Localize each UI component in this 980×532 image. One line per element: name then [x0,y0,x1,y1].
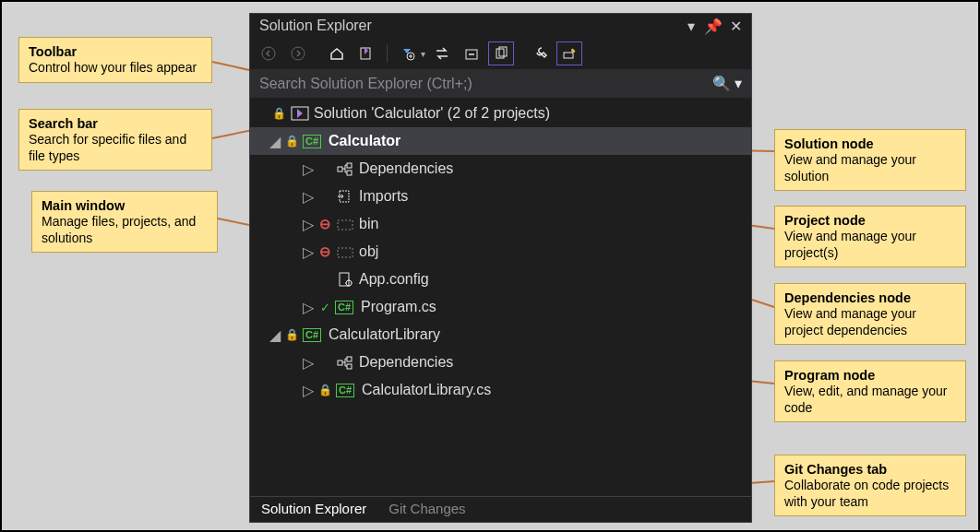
expander-icon[interactable]: ▷ [302,188,315,206]
imports-icon [335,188,355,205]
node-label: Dependencies [359,354,453,371]
forward-icon[interactable] [285,41,311,65]
hidden-folder-icon [335,216,355,232]
csharp-project-icon: C# [303,328,321,342]
callout-title: Main window [42,197,208,214]
svg-rect-23 [340,273,349,286]
file-calculatorlibrary-cs[interactable]: ▷ 🔒 C# CalculatorLibrary.cs [250,376,751,404]
hidden-folder-icon [335,243,355,260]
svg-rect-21 [338,220,353,230]
callout-title: Git Changes tab [784,461,956,478]
expander-icon[interactable]: ◢ [269,133,281,150]
node-label: CalculatorLibrary [329,326,440,343]
node-label: bin [359,216,378,232]
close-icon[interactable]: ✕ [729,19,742,32]
solution-icon [290,105,310,122]
node-label: CalculatorLibrary.cs [362,382,491,398]
config-file-icon [335,271,355,288]
svg-rect-17 [338,167,342,171]
switch-views-icon[interactable] [353,41,379,65]
show-all-files-icon[interactable] [488,41,514,65]
callout-solution-node: Solution node View and manage your solut… [774,129,966,191]
pin-icon[interactable]: 📌 [707,19,720,32]
svg-rect-26 [347,357,352,361]
csharp-project-icon: C# [303,135,321,148]
callout-desc: View and manage your project(s) [784,229,916,260]
expander-icon[interactable]: ▷ [302,382,315,399]
callout-title: Search bar [29,115,202,132]
node-label: Imports [359,188,408,205]
toolbar: ▾ [250,38,751,69]
lock-icon: 🔒 [272,107,286,120]
chevron-down-icon[interactable]: ▾ [421,49,425,59]
svg-rect-18 [347,163,352,168]
search-bar[interactable]: Search Solution Explorer (Ctrl+;) 🔍 ▾ [250,69,751,98]
node-label: App.config [359,271,429,288]
collapse-all-icon[interactable] [459,41,484,65]
dependencies-icon [335,160,355,177]
callout-dependencies-node: Dependencies node View and manage your p… [774,283,966,345]
callout-desc: Collaborate on code projects with your t… [784,478,949,509]
callout-desc: View and manage your solution [784,152,916,183]
expander-icon[interactable]: ▷ [302,160,315,178]
back-icon[interactable] [256,41,281,65]
node-label: obj [359,243,378,260]
project-node-calculator[interactable]: ◢ 🔒 C# Calculator [250,127,751,155]
callout-git-tab: Git Changes tab Collaborate on code proj… [774,455,966,516]
properties-icon[interactable] [527,41,553,65]
callout-main: Main window Manage files, projects, and … [31,191,218,253]
home-icon[interactable] [324,41,350,65]
dependencies-node[interactable]: ▷ Dependencies [250,155,751,183]
search-placeholder: Search Solution Explorer (Ctrl+;) [259,76,472,92]
csharp-file-icon: C# [335,301,353,314]
pending-changes-filter-icon[interactable] [395,41,421,65]
bottom-tabs: Solution Explorer Git Changes [250,496,751,522]
svg-rect-27 [347,364,352,369]
dependencies-node-2[interactable]: ▷ Dependencies [250,349,751,376]
project-node-calculatorlibrary[interactable]: ◢ 🔒 C# CalculatorLibrary [250,321,751,349]
callout-desc: View, edit, and manage your code [784,384,947,415]
svg-point-9 [292,47,305,60]
svg-point-8 [262,47,275,60]
node-label: Calculator [329,133,400,149]
lock-icon: 🔒 [285,328,299,341]
callout-search: Search bar Search for specific files and… [18,109,212,171]
no-source-control-icon: ⊖ [318,243,331,260]
callout-desc: Search for specific files and file types [29,132,186,163]
search-icon[interactable]: 🔍 ▾ [712,75,742,92]
callout-title: Solution node [784,136,956,152]
expander-icon[interactable]: ▷ [302,299,315,316]
expander-icon[interactable]: ▷ [302,243,315,261]
folder-bin[interactable]: ▷ ⊖ bin [250,210,751,238]
file-appconfig[interactable]: App.config [250,266,751,293]
callout-title: Program node [784,367,956,384]
tab-git-changes[interactable]: Git Changes [377,497,476,522]
no-source-control-icon: ⊖ [318,216,331,232]
expander-icon[interactable]: ▷ [302,216,315,233]
tree-view: 🔒 Solution 'Calculator' (2 of 2 projects… [250,98,751,496]
pending-add-icon: ✓ [318,301,331,314]
tab-solution-explorer[interactable]: Solution Explorer [250,497,377,522]
callout-title: Project node [784,212,956,229]
csharp-file-icon: C# [336,384,354,397]
expander-icon[interactable]: ▷ [302,354,315,372]
folder-obj[interactable]: ▷ ⊖ obj [250,238,751,266]
node-label: Solution 'Calculator' (2 of 2 projects) [314,105,550,122]
callout-program-node: Program node View, edit, and manage your… [774,361,966,422]
callout-desc: Manage files, projects, and solutions [42,214,196,245]
lock-icon: 🔒 [285,135,299,148]
node-label: Dependencies [359,160,453,177]
preview-selected-icon[interactable] [556,41,582,65]
file-program-cs[interactable]: ▷ ✓ C# Program.cs [250,293,751,321]
expander-icon[interactable]: ◢ [269,326,281,344]
window-menu-icon[interactable]: ▾ [685,19,698,32]
svg-rect-15 [564,53,573,58]
callout-desc: Control how your files appear [29,60,197,75]
panel-titlebar: Solution Explorer ▾ 📌 ✕ [250,14,751,38]
imports-node[interactable]: ▷ Imports [250,183,751,210]
callout-desc: View and manage your project dependencie… [784,306,916,337]
solution-node[interactable]: 🔒 Solution 'Calculator' (2 of 2 projects… [250,100,751,127]
dependencies-icon [335,354,355,371]
node-label: Program.cs [361,299,436,315]
sync-icon[interactable] [429,41,455,65]
